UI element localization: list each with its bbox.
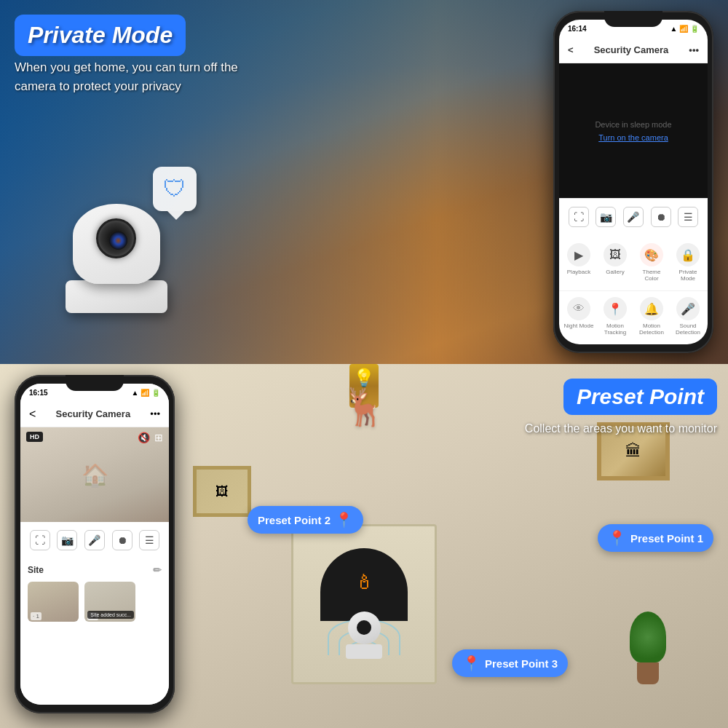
private-mode-title: Private Mode bbox=[28, 22, 173, 49]
phone-time-top: 16:14 bbox=[568, 25, 587, 33]
preset-pin-2: 📍 bbox=[335, 511, 353, 529]
cam-body-small bbox=[348, 612, 381, 644]
detection-label: Motion Detection bbox=[636, 323, 667, 336]
phone-black-area: Device in sleep mode Turn on the camera bbox=[559, 63, 708, 198]
menu-night[interactable]: 👁 Night Mode bbox=[562, 294, 596, 339]
camera-icon-b[interactable]: 📷 bbox=[57, 530, 77, 550]
menu-detection[interactable]: 🔔 Motion Detection bbox=[635, 294, 668, 339]
camera-lens bbox=[96, 218, 136, 258]
site-added-toast: Site added succ... bbox=[87, 611, 134, 619]
plant-right bbox=[626, 612, 670, 684]
gallery-label: Gallery bbox=[606, 269, 624, 275]
record-icon[interactable]: ⏺ bbox=[651, 207, 671, 227]
night-label: Night Mode bbox=[564, 323, 594, 329]
main-container: Private Mode When you get home, you can … bbox=[0, 0, 728, 728]
wall-painting-left: 🖼 bbox=[193, 466, 251, 517]
phone-bottom: 16:15 ▲ 📶 🔋 < Security Camera ••• HD 🔇 bbox=[15, 375, 175, 713]
preset-pin-1: 📍 bbox=[608, 529, 626, 547]
speech-bubble: 🛡 bbox=[153, 167, 197, 211]
record-icon-b[interactable]: ⏺ bbox=[112, 530, 132, 550]
site-thumb-1[interactable]: · 1 bbox=[28, 582, 79, 622]
site-thumb-2[interactable]: · 2 Site added succ... bbox=[84, 582, 135, 622]
phone-video-area: HD 🔇 ⊞ 🏠 bbox=[20, 427, 169, 522]
tracking-icon: 📍 bbox=[604, 297, 627, 320]
edit-icon[interactable]: ✏ bbox=[153, 564, 162, 576]
turn-on-link[interactable]: Turn on the camera bbox=[598, 133, 668, 142]
fireplace-opening: 🕯 bbox=[320, 548, 408, 621]
back-arrow-top[interactable]: < bbox=[568, 44, 574, 55]
top-section: Private Mode When you get home, you can … bbox=[0, 0, 728, 364]
phone-frame-top: 16:14 ▲ 📶 🔋 < Security Camera ••• Device… bbox=[553, 11, 713, 353]
painting-content-left: 🖼 bbox=[197, 470, 248, 513]
camera-lens-inner bbox=[109, 232, 127, 250]
more-icon-bottom[interactable]: ••• bbox=[150, 408, 160, 419]
night-icon: 👁 bbox=[567, 297, 590, 320]
mic-icon-b[interactable]: 🎤 bbox=[84, 530, 105, 550]
cam-lens-small bbox=[357, 620, 371, 635]
expand-icon[interactable]: ⊞ bbox=[154, 432, 163, 443]
site-header: Site ✏ bbox=[28, 564, 162, 576]
menu-theme[interactable]: 🎨 Theme Color bbox=[635, 240, 668, 285]
phone-screen-bottom: 16:15 ▲ 📶 🔋 < Security Camera ••• HD 🔇 bbox=[20, 384, 169, 705]
phone-notch-bottom bbox=[66, 375, 124, 391]
phone-time-bottom: 16:15 bbox=[29, 389, 48, 397]
menu-gallery[interactable]: 🖼 Gallery bbox=[598, 240, 632, 285]
menu-sound[interactable]: 🎤 Sound Detection bbox=[671, 294, 705, 339]
phone-notch-top bbox=[604, 11, 662, 27]
camera-device: 🛡 bbox=[58, 204, 175, 335]
menu-private[interactable]: 🔒 Private Mode bbox=[671, 240, 705, 285]
phone-top: 16:14 ▲ 📶 🔋 < Security Camera ••• Device… bbox=[553, 11, 713, 353]
phone-status-icons-bottom: ▲ 📶 🔋 bbox=[132, 389, 160, 397]
gallery-icon: 🖼 bbox=[604, 243, 627, 266]
private-icon: 🔒 bbox=[676, 243, 700, 266]
detection-icon: 🔔 bbox=[640, 297, 663, 320]
theme-icon: 🎨 bbox=[640, 243, 663, 266]
menu-tracking[interactable]: 📍 Motion Tracking bbox=[598, 294, 632, 339]
tracking-label: Motion Tracking bbox=[600, 323, 630, 336]
phone-controls-bar-top: ⛶ 📷 🎤 ⏺ ☰ bbox=[559, 198, 708, 234]
site-thumbnails: · 1 · 2 Site added succ... bbox=[28, 582, 162, 622]
shield-icon: 🛡 bbox=[163, 175, 186, 202]
preset-point-1-label[interactable]: 📍 Preset Point 1 bbox=[598, 524, 713, 552]
preset-point-title: Preset Point Collect the areas you want … bbox=[525, 379, 717, 437]
more-icon-top[interactable]: ••• bbox=[689, 44, 699, 55]
phone-status-icons-top: ▲ 📶 🔋 bbox=[670, 25, 699, 33]
menu-icon-b[interactable]: ☰ bbox=[139, 530, 159, 550]
camera-icon[interactable]: 📷 bbox=[596, 207, 616, 227]
phone-title-top: Security Camera bbox=[594, 44, 669, 55]
mute-icon[interactable]: 🔇 bbox=[138, 432, 150, 443]
phone-frame-bottom: 16:15 ▲ 📶 🔋 < Security Camera ••• HD 🔇 bbox=[15, 375, 175, 713]
cam-base-small bbox=[346, 644, 382, 659]
camera-body bbox=[73, 204, 160, 284]
playback-label: Playback bbox=[567, 269, 590, 275]
back-arrow-bottom[interactable]: < bbox=[29, 408, 36, 421]
site-section: Site ✏ · 1 · 2 Site added succ... bbox=[20, 558, 169, 705]
deer-figure: 🦌 bbox=[341, 386, 387, 428]
menu-playback[interactable]: ▶ Playback bbox=[562, 240, 596, 285]
private-label: Private Mode bbox=[673, 269, 703, 282]
plant-leaves bbox=[630, 612, 666, 662]
phone-header-top: < Security Camera ••• bbox=[559, 37, 708, 63]
fullscreen-icon-b[interactable]: ⛶ bbox=[30, 530, 50, 550]
sound-icon: 🎤 bbox=[676, 297, 700, 320]
preset-point-2-text: Preset Point 2 bbox=[258, 514, 331, 526]
video-controls: 🔇 ⊞ bbox=[138, 432, 163, 443]
preset-point-description: Collect the areas you want to monitor bbox=[525, 421, 717, 437]
preset-point-3-text: Preset Point 3 bbox=[485, 657, 558, 670]
camera-floor bbox=[342, 612, 386, 662]
preset-point-3-label[interactable]: 📍 Preset Point 3 bbox=[452, 649, 568, 677]
chandelier-lights: 💡 bbox=[349, 364, 379, 388]
plant-pot bbox=[637, 662, 659, 684]
fullscreen-icon[interactable]: ⛶ bbox=[569, 207, 589, 227]
hd-badge: HD bbox=[26, 432, 43, 442]
private-mode-badge: Private Mode bbox=[15, 15, 186, 56]
menu-icon[interactable]: ☰ bbox=[678, 207, 698, 227]
preset-point-heading: Preset Point bbox=[577, 384, 704, 409]
site-label: Site bbox=[28, 565, 44, 575]
sound-label: Sound Detection bbox=[673, 323, 703, 336]
mic-icon[interactable]: 🎤 bbox=[623, 207, 644, 227]
thumb-label-1: · 1 bbox=[31, 612, 41, 620]
preset-point-badge: Preset Point bbox=[563, 379, 717, 415]
phone-menu-grid2-top: 👁 Night Mode 📍 Motion Tracking 🔔 Motion … bbox=[559, 290, 708, 344]
preset-point-2-label[interactable]: Preset Point 2 📍 bbox=[248, 506, 363, 534]
